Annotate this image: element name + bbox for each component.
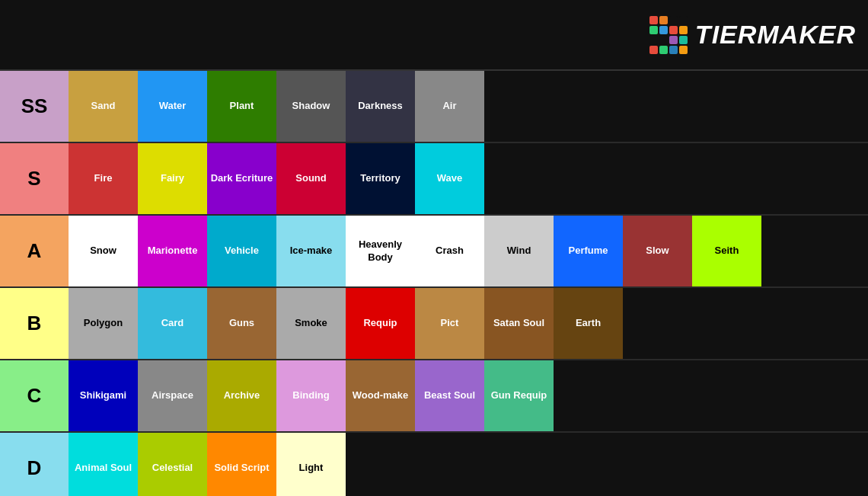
tier-items-SS: SandWaterPlantShadowDarknessAir — [69, 71, 868, 142]
tier-item: Sand — [69, 71, 138, 142]
tier-item: Plant — [207, 71, 276, 142]
logo-grid-icon — [649, 16, 688, 54]
tier-item: Pict — [415, 288, 484, 359]
tier-item: Snow — [69, 216, 138, 286]
tier-item: Celestial — [138, 433, 207, 496]
tier-items-B: PolygonCardGunsSmokeRequipPictSatan Soul… — [69, 288, 868, 359]
tier-item: Gun Requip — [484, 360, 554, 431]
logo-text: TiERMAKER — [695, 20, 856, 50]
tier-item: Vehicle — [207, 216, 276, 286]
tier-item: Polygon — [69, 288, 138, 359]
tier-item: Shadow — [276, 71, 346, 142]
tier-item: Marionette — [138, 216, 207, 286]
tier-item: Solid Script — [207, 433, 276, 496]
tier-item: Wave — [415, 143, 484, 214]
tier-item: Crash — [415, 216, 484, 286]
tier-item: Dark Ecriture — [207, 143, 276, 214]
tier-label-S: S — [0, 143, 69, 214]
header-row: TiERMAKER — [0, 0, 868, 71]
tier-item: Card — [138, 288, 207, 359]
tier-item: Air — [415, 71, 484, 142]
tier-items-D: Animal SoulCelestialSolid ScriptLight — [69, 433, 868, 496]
tier-label-SS: SS — [0, 71, 69, 142]
tier-row-B: BPolygonCardGunsSmokeRequipPictSatan Sou… — [0, 288, 868, 360]
tier-item: Guns — [207, 288, 276, 359]
tier-item: Airspace — [138, 360, 207, 431]
tier-item: Darkness — [346, 71, 415, 142]
tier-item: Ice-make — [276, 216, 346, 286]
tier-item: Fairy — [138, 143, 207, 214]
tier-label-A: A — [0, 216, 69, 286]
tier-row-A: ASnowMarionetteVehicleIce-makeHeavenly B… — [0, 216, 868, 288]
app-container: TiERMAKER SSSandWaterPlantShadowDarkness… — [0, 0, 868, 496]
tier-item: Requip — [346, 288, 415, 359]
tier-item: Territory — [346, 143, 415, 214]
tier-item: Earth — [554, 288, 623, 359]
tier-item: Sound — [276, 143, 346, 214]
tier-item: Heavenly Body — [346, 216, 415, 286]
tier-label-B: B — [0, 288, 69, 359]
header-items: TiERMAKER — [69, 0, 868, 69]
tier-row-SS: SSSandWaterPlantShadowDarknessAir — [0, 71, 868, 143]
tier-item: Beast Soul — [415, 360, 484, 431]
tier-label-D: D — [0, 433, 69, 496]
tiermaker-logo: TiERMAKER — [649, 16, 856, 54]
tier-item: Wood-make — [346, 360, 415, 431]
tier-item: Satan Soul — [484, 288, 554, 359]
tier-rows: SSSandWaterPlantShadowDarknessAirSFireFa… — [0, 71, 868, 496]
tier-item: Fire — [69, 143, 138, 214]
tier-row-D: DAnimal SoulCelestialSolid ScriptLight — [0, 433, 868, 496]
tier-item: Smoke — [276, 288, 346, 359]
tier-row-C: CShikigamiAirspaceArchiveBindingWood-mak… — [0, 360, 868, 433]
tier-item: Animal Soul — [69, 433, 138, 496]
tier-item: Perfume — [554, 216, 623, 286]
tier-item: Seith — [692, 216, 761, 286]
tier-row-S: SFireFairyDark EcritureSoundTerritoryWav… — [0, 143, 868, 216]
tier-label-placeholder — [0, 0, 69, 69]
tier-item: Archive — [207, 360, 276, 431]
tier-items-C: ShikigamiAirspaceArchiveBindingWood-make… — [69, 360, 868, 431]
tier-item: Slow — [623, 216, 692, 286]
tier-item: Wind — [484, 216, 554, 286]
tier-item: Shikigami — [69, 360, 138, 431]
tier-item: Binding — [276, 360, 346, 431]
tier-item: Light — [276, 433, 346, 496]
tier-item: Water — [138, 71, 207, 142]
tier-items-A: SnowMarionetteVehicleIce-makeHeavenly Bo… — [69, 216, 868, 286]
tier-items-S: FireFairyDark EcritureSoundTerritoryWave — [69, 143, 868, 214]
tier-label-C: C — [0, 360, 69, 431]
